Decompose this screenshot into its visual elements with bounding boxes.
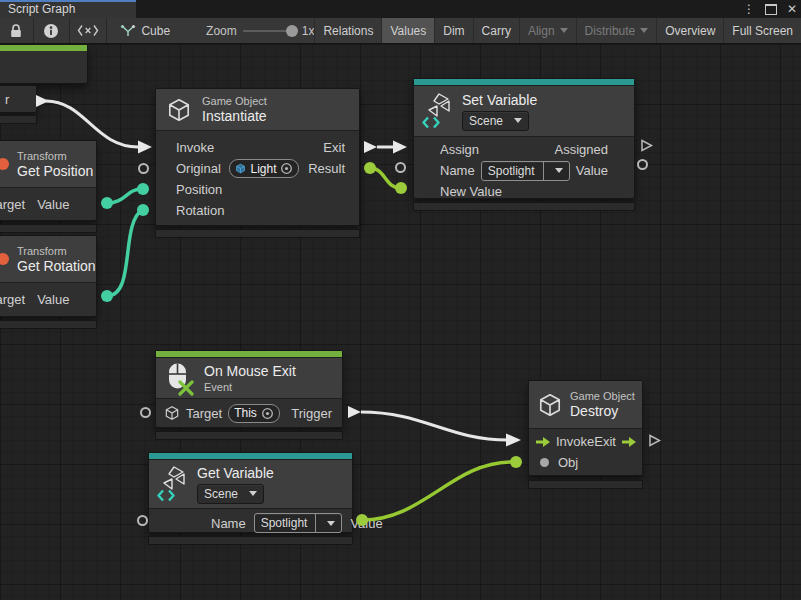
overview-button[interactable]: Overview [656,18,723,43]
object-picker-icon[interactable] [280,162,293,175]
rotation-label: Rotation [176,203,224,218]
target-label: Target [186,406,222,421]
zoom-slider-handle[interactable] [286,25,298,37]
partial-event-node-body[interactable]: r [0,85,37,113]
chevron-down-icon [555,168,563,173]
get-position-value-port[interactable] [101,197,113,209]
carry-button[interactable]: Carry [473,18,519,43]
chevron-down-icon [640,28,648,33]
invoke-label: Invoke [176,140,214,155]
instantiate-node[interactable]: Game Object Instantiate Invoke Exit Orig… [155,88,360,226]
get-rotation-value-port[interactable] [101,290,113,302]
distribute-button[interactable]: Distribute [576,18,657,43]
value-label: Value [576,163,608,178]
lock-button[interactable] [0,18,33,43]
instantiate-result-port[interactable] [364,162,376,174]
on-mouse-exit-node[interactable]: On Mouse Exit Event Target This [155,350,343,428]
dim-button[interactable]: Dim [434,18,472,43]
window-close-icon[interactable]: ✕ [787,0,797,18]
get-variable-name-port[interactable] [137,515,148,526]
obj-port-icon [540,458,549,467]
destroy-node[interactable]: Game Object Destroy Invoke Exit [528,380,643,476]
instantiate-node-footer [155,229,360,238]
set-variable-assigned-port[interactable] [639,138,654,153]
assigned-label: Assigned [555,142,608,157]
set-variable-name-port[interactable] [395,162,406,173]
assign-label: Assign [440,142,479,157]
variables-icon [422,93,456,129]
flow-arrow-icon [535,436,551,448]
position-label: Position [176,182,222,197]
partial-event-node-header[interactable] [0,44,88,84]
on-mouse-exit-target-port[interactable] [140,407,151,418]
window-menu-icon[interactable]: ⋮ [743,0,755,18]
window-maximize-icon[interactable] [765,4,777,15]
node-title: On Mouse Exit [204,363,296,380]
value-label: Value [37,292,69,307]
set-variable-node[interactable]: Set Variable Scene Assign Assigned Name … [413,78,635,199]
original-label: Original [176,161,221,176]
set-variable-new-value-port[interactable] [395,182,407,194]
info-button[interactable] [33,18,68,43]
node-category: Transform [17,149,93,163]
get-variable-node[interactable]: Get Variable Scene Name Spotlight Value [148,452,353,533]
on-mouse-exit-trigger-port[interactable] [348,406,361,418]
target-object-field[interactable]: This [228,404,280,423]
object-picker-icon[interactable] [261,407,274,420]
node-title: Destroy [570,403,635,420]
invoke-label: Invoke [556,434,594,449]
graph-icon [120,24,136,38]
chevron-down-icon [327,521,335,526]
destroy-node-footer [528,480,643,489]
node-title: Get Rotation [17,258,96,275]
scope-value: Scene [469,114,503,128]
node-title: Get Position [17,163,93,180]
code-view-button[interactable] [69,18,106,43]
partial-event-node-footer [0,115,37,124]
instantiate-rotation-port[interactable] [137,204,149,216]
variable-name-dropdown[interactable]: Spotlight [481,161,570,181]
tab-script-graph[interactable]: Script Graph [0,0,136,18]
variable-name-value: Spotlight [488,164,535,178]
target-object-name: This [234,406,257,420]
cube-icon [537,392,563,418]
get-rotation-node[interactable]: Transform Get Rotation Target Value [0,235,97,317]
partial-event-trigger-port[interactable] [36,95,49,107]
info-icon [43,23,59,39]
get-position-node[interactable]: Transform Get Position Target Value [0,140,97,221]
destroy-exit-port[interactable] [647,433,662,448]
graph-canvas[interactable]: r Transform Get Position Target Value [0,44,801,600]
variable-scope-dropdown[interactable]: Scene [197,484,264,504]
zoom-slider[interactable] [243,30,296,32]
relations-button[interactable]: Relations [314,18,381,43]
zoom-value: 1x [302,24,315,38]
exit-label: Exit [323,140,345,155]
transform-icon [0,253,9,265]
result-label: Result [308,161,345,176]
destroy-obj-port[interactable] [510,456,522,468]
set-variable-value-port[interactable] [637,159,648,170]
instantiate-position-port[interactable] [137,183,149,195]
chevron-down-icon [560,28,568,33]
connection-wires [0,44,801,600]
new-value-label: New Value [440,184,502,199]
zoom-label: Zoom [178,18,237,43]
values-button[interactable]: Values [381,18,434,43]
instantiate-original-port[interactable] [138,163,149,174]
variable-scope-dropdown[interactable]: Scene [462,111,529,131]
get-position-node-footer [0,224,97,233]
fullscreen-button[interactable]: Full Screen [723,18,801,43]
original-object-field[interactable]: Light [229,159,299,178]
set-variable-node-footer [413,202,635,211]
trigger-label-cut: r [5,92,9,107]
variable-name-dropdown[interactable]: Spotlight [254,513,343,533]
mouse-event-icon [164,360,200,396]
node-title: Instantiate [202,108,267,125]
get-variable-value-port[interactable] [356,514,368,526]
value-label: Value [37,197,69,212]
graph-breadcrumb[interactable]: Cube [106,18,178,43]
instantiate-exit-port[interactable] [364,141,377,153]
align-button[interactable]: Align [519,18,576,43]
node-category: Game Object [570,389,635,403]
exit-label: Exit [594,434,616,449]
